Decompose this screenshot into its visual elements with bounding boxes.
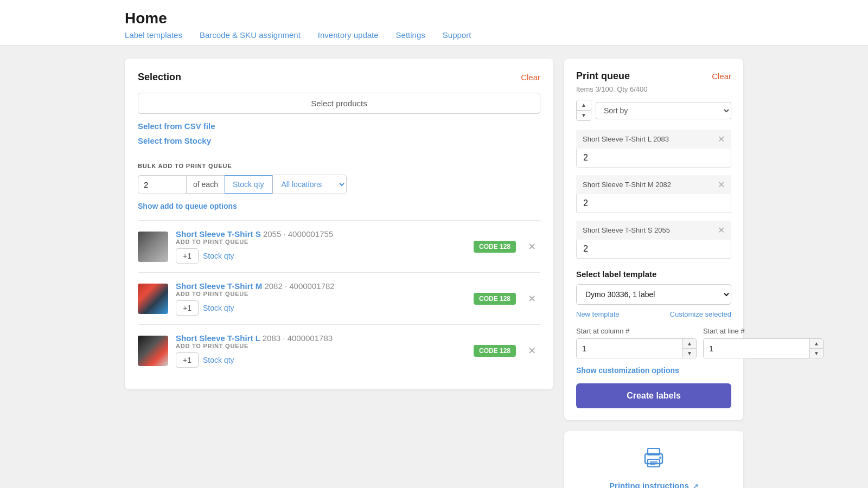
queue-item-name-l: Short Sleeve T-Shirt L 2083 (583, 135, 669, 143)
product-info-m: Short Sleeve T-Shirt M 2082 · 4000001782… (176, 281, 466, 316)
external-link-icon: ↗ (693, 483, 698, 488)
start-line-label: Start at line # (703, 327, 824, 335)
add-to-queue-label-s: ADD TO PRINT QUEUE (176, 239, 466, 245)
nav-label-templates[interactable]: Label templates (125, 30, 182, 40)
start-line-down[interactable]: ▼ (810, 349, 823, 358)
sort-arrows: ▲ ▼ (576, 100, 591, 121)
nav-barcode-sku[interactable]: Barcode & SKU assignment (200, 30, 301, 40)
queue-qty-l[interactable] (576, 149, 731, 168)
product-image-l (138, 336, 168, 366)
remove-product-m[interactable]: ✕ (524, 291, 540, 307)
bulk-add-section: BULK ADD TO PRINT QUEUE of each Stock qt… (138, 154, 540, 210)
start-line-spinners: ▲ ▼ (809, 339, 823, 358)
plus-one-btn-s[interactable]: +1 (176, 248, 199, 264)
start-col-label: Start at column # (576, 327, 697, 335)
queue-item-header-m: Short Sleeve T-Shirt M 2082 ✕ (576, 175, 731, 194)
stock-qty-link-s[interactable]: Stock qty (203, 252, 234, 260)
locations-select[interactable]: All locations (272, 175, 347, 194)
pq-clear-button[interactable]: Clear (712, 72, 731, 81)
product-info-l: Short Sleeve T-Shirt L 2083 · 4000001783… (176, 333, 466, 368)
product-name-l[interactable]: Short Sleeve T-Shirt L 2083 · 4000001783 (176, 333, 466, 343)
product-item-m: Short Sleeve T-Shirt M 2082 · 4000001782… (138, 272, 540, 324)
bulk-add-row: of each Stock qty All locations (138, 175, 540, 194)
start-line-group: Start at line # ▲ ▼ (703, 327, 824, 358)
queue-remove-s[interactable]: ✕ (718, 225, 725, 235)
page-title: Home (125, 10, 868, 27)
pq-title: Print queue (576, 70, 630, 82)
queue-qty-s[interactable] (576, 240, 731, 259)
pq-header: Print queue Clear (576, 70, 731, 82)
start-line-input[interactable] (704, 339, 809, 358)
create-labels-button[interactable]: Create labels (576, 383, 731, 408)
remove-product-l[interactable]: ✕ (524, 343, 540, 359)
queue-item-l: Short Sleeve T-Shirt L 2083 ✕ (576, 130, 731, 168)
queue-remove-l[interactable]: ✕ (718, 134, 725, 144)
code-badge-l: CODE 128 (474, 345, 516, 357)
start-line-up[interactable]: ▲ (810, 339, 823, 349)
start-col-group: Start at column # ▲ ▼ (576, 327, 697, 358)
code-badge-s: CODE 128 (474, 241, 516, 253)
stock-qty-link-l[interactable]: Stock qty (203, 356, 234, 364)
remove-product-s[interactable]: ✕ (524, 239, 540, 255)
plus-one-btn-l[interactable]: +1 (176, 352, 199, 368)
product-name-m[interactable]: Short Sleeve T-Shirt M 2082 · 4000001782 (176, 281, 466, 291)
bulk-add-label: BULK ADD TO PRINT QUEUE (138, 163, 540, 169)
start-col-input[interactable] (577, 339, 682, 358)
start-col-up[interactable]: ▲ (683, 339, 696, 349)
customization-link[interactable]: Show customization options (576, 366, 731, 375)
select-stocky-link[interactable]: Select from Stocky (138, 136, 540, 145)
product-info-s: Short Sleeve T-Shirt S 2055 · 4000001755… (176, 229, 466, 264)
printer-icon-wrap (577, 444, 730, 477)
label-template-title: Select label template (576, 269, 731, 279)
sort-select[interactable]: Sort by (596, 102, 731, 119)
printing-instructions-panel: Printing instructions ↗ (564, 431, 743, 488)
queue-item-s: Short Sleeve T-Shirt S 2055 ✕ (576, 221, 731, 259)
printing-instructions-link[interactable]: Printing instructions ↗ (609, 481, 698, 488)
sort-up-btn[interactable]: ▲ (577, 100, 591, 111)
stock-qty-button[interactable]: Stock qty (225, 175, 272, 194)
start-col-down[interactable]: ▼ (683, 349, 696, 358)
selection-panel: Selection Clear Select products Select f… (125, 59, 553, 389)
stock-qty-link-m[interactable]: Stock qty (203, 304, 234, 312)
nav-support[interactable]: Support (443, 30, 471, 40)
selection-title: Selection (138, 72, 181, 83)
template-links: New template Customize selected (576, 310, 731, 318)
queue-item-name-s: Short Sleeve T-Shirt S 2055 (583, 226, 670, 234)
column-line-row: Start at column # ▲ ▼ Start at line # (576, 327, 731, 358)
queue-item-m: Short Sleeve T-Shirt M 2082 ✕ (576, 175, 731, 213)
top-nav: Home Label templates Barcode & SKU assig… (0, 0, 868, 46)
product-actions-l: +1 Stock qty (176, 352, 466, 368)
add-to-queue-label-m: ADD TO PRINT QUEUE (176, 291, 466, 297)
select-csv-link[interactable]: Select from CSV file (138, 121, 540, 131)
customize-link[interactable]: Customize selected (670, 310, 731, 318)
start-col-input-wrap: ▲ ▼ (576, 338, 697, 358)
sort-down-btn[interactable]: ▼ (577, 111, 591, 120)
queue-qty-m[interactable] (576, 194, 731, 213)
product-actions-s: +1 Stock qty (176, 248, 466, 264)
product-image-s (138, 232, 168, 262)
product-actions-m: +1 Stock qty (176, 300, 466, 316)
product-name-s[interactable]: Short Sleeve T-Shirt S 2055 · 4000001755 (176, 229, 466, 239)
main-content: Selection Clear Select products Select f… (0, 46, 868, 488)
nav-settings[interactable]: Settings (396, 30, 425, 40)
of-each-label: of each (187, 175, 225, 194)
queue-item-header-l: Short Sleeve T-Shirt L 2083 ✕ (576, 130, 731, 149)
add-to-queue-label-l: ADD TO PRINT QUEUE (176, 343, 466, 349)
start-line-input-wrap: ▲ ▼ (703, 338, 824, 358)
queue-remove-m[interactable]: ✕ (718, 179, 725, 190)
nav-inventory-update[interactable]: Inventory update (318, 30, 379, 40)
label-template-select[interactable]: Dymo 30336, 1 label Dymo 30334, 2 labels… (576, 284, 731, 305)
show-options-link[interactable]: Show add to queue options (138, 202, 540, 210)
new-template-link[interactable]: New template (576, 310, 619, 318)
code-badge-m: CODE 128 (474, 293, 516, 305)
right-column: Print queue Clear Items 3/100. Qty 6/400… (564, 59, 743, 488)
nav-links: Label templates Barcode & SKU assignment… (125, 30, 868, 40)
plus-one-btn-m[interactable]: +1 (176, 300, 199, 316)
selection-clear-button[interactable]: Clear (521, 73, 540, 82)
select-products-button[interactable]: Select products (138, 93, 540, 114)
bulk-qty-input[interactable] (138, 175, 187, 194)
print-queue-panel: Print queue Clear Items 3/100. Qty 6/400… (564, 59, 743, 420)
product-image-m (138, 284, 168, 314)
pq-meta: Items 3/100. Qty 6/400 (576, 85, 731, 93)
start-col-spinners: ▲ ▼ (682, 339, 696, 358)
